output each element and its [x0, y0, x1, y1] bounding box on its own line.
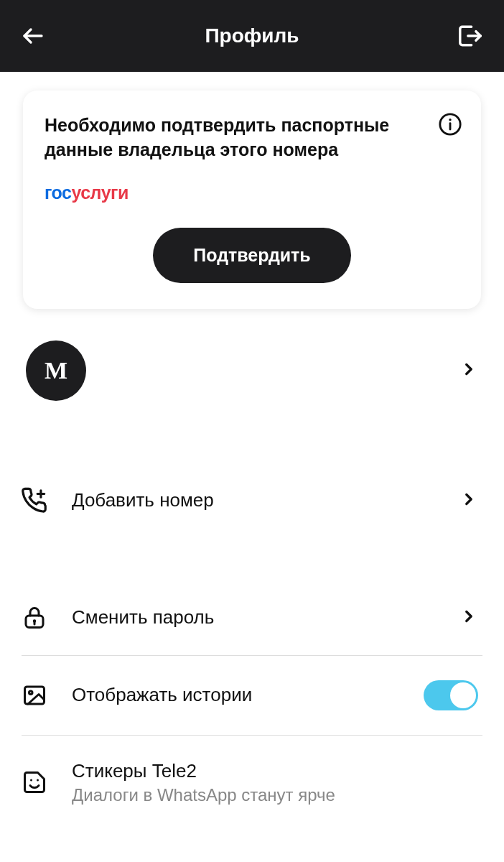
header: Профиль: [0, 0, 504, 72]
image-icon: [22, 682, 53, 708]
toggle-knob: [450, 682, 476, 708]
show-stories-label: Отображать истории: [72, 684, 424, 706]
sticker-icon: [22, 769, 53, 795]
svg-point-11: [29, 691, 33, 695]
gosuslugi-part2: услуги: [71, 182, 128, 203]
avatar: М: [26, 340, 86, 401]
show-stories-item: Отображать истории: [22, 656, 482, 736]
stickers-sublabel: Диалоги в WhatsApp станут ярче: [72, 785, 478, 805]
chevron-right-icon: [459, 360, 478, 381]
info-button[interactable]: [438, 112, 462, 139]
svg-point-13: [37, 779, 39, 782]
change-password-label: Сменить пароль: [72, 606, 459, 629]
svg-point-12: [30, 779, 32, 782]
stickers-item[interactable]: Стикеры Tele2 Диалоги в WhatsApp станут …: [22, 736, 482, 812]
confirm-button[interactable]: Подтвердить: [153, 228, 350, 283]
change-password-item[interactable]: Сменить пароль: [22, 580, 482, 656]
lock-icon: [22, 605, 53, 631]
page-title: Профиль: [205, 24, 299, 47]
phone-plus-icon: [22, 487, 53, 514]
add-number-item[interactable]: Добавить номер: [0, 463, 504, 539]
gosuslugi-logo: госуслуги: [45, 182, 459, 203]
chevron-right-icon: [459, 607, 478, 629]
logout-button[interactable]: [457, 22, 484, 50]
back-button[interactable]: [20, 23, 46, 49]
card-title: Необходимо подтвердить паспортные данные…: [45, 113, 459, 162]
verification-card: Необходимо подтвердить паспортные данные…: [23, 91, 481, 309]
chevron-right-icon: [459, 490, 478, 511]
gosuslugi-part1: гос: [45, 182, 71, 203]
stories-toggle[interactable]: [424, 680, 478, 710]
stickers-label: Стикеры Tele2: [72, 760, 478, 782]
add-number-label: Добавить номер: [72, 489, 459, 511]
svg-point-4: [449, 119, 451, 121]
profile-row[interactable]: М: [0, 320, 504, 421]
